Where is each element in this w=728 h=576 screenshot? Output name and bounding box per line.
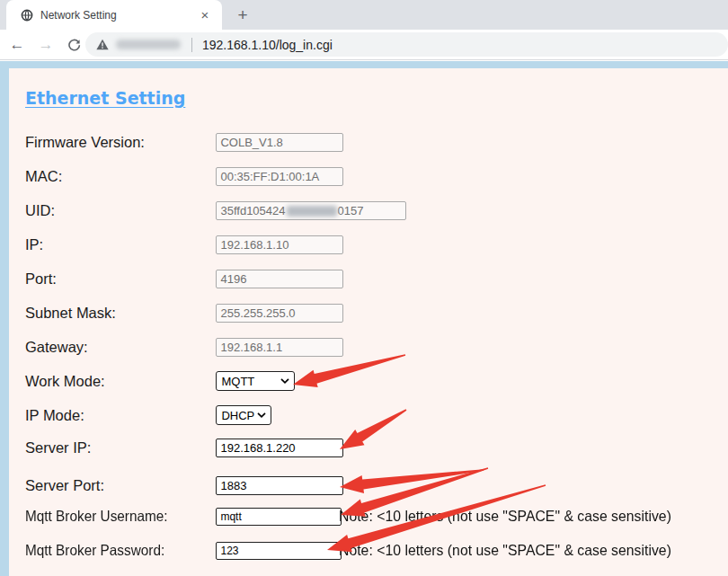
ip-mode-label: IP Mode: xyxy=(25,406,212,425)
port-label: Port: xyxy=(25,270,212,288)
field-row-mqtt-password: Mqtt Broker Password: Note: <10 letters … xyxy=(25,541,728,561)
uid-label: UID: xyxy=(25,201,212,220)
mqtt-password-note: Note: <10 letters (not use "SPACE" & cas… xyxy=(339,542,671,560)
gateway-input[interactable] xyxy=(216,338,343,357)
chevron-down-icon xyxy=(257,412,266,418)
field-row-port: Port: xyxy=(25,270,728,289)
url-text[interactable]: 192.168.1.10/log_in.cgi xyxy=(202,38,333,52)
subnet-mask-input[interactable] xyxy=(216,304,343,323)
firmware-input[interactable] xyxy=(216,133,343,152)
mac-input[interactable] xyxy=(216,167,343,186)
uid-value-prefix: 35ffd105424 xyxy=(220,204,285,217)
server-ip-label: Server IP: xyxy=(25,439,212,457)
field-row-gateway: Gateway: xyxy=(25,338,728,358)
gateway-label: Gateway: xyxy=(25,338,212,357)
page-content: Ethernet Setting Firmware Version: MAC: … xyxy=(9,68,728,576)
server-port-input[interactable] xyxy=(216,476,343,495)
browser-window: Network Setting × + ← → 192.168.1.10/log… xyxy=(0,0,728,576)
tab-title: Network Setting xyxy=(40,9,197,22)
tab-strip: Network Setting × + xyxy=(0,0,728,30)
field-row-firmware: Firmware Version: xyxy=(25,133,728,153)
field-row-subnet: Subnet Mask: xyxy=(25,304,728,323)
field-row-server-ip: Server IP: xyxy=(25,439,728,458)
browser-toolbar: ← → 192.168.1.10/log_in.cgi xyxy=(0,30,728,60)
mac-label: MAC: xyxy=(25,167,212,186)
address-separator xyxy=(191,38,192,52)
field-row-work-mode: Work Mode: MQTT xyxy=(25,371,728,391)
back-icon[interactable]: ← xyxy=(5,33,29,57)
ip-mode-selected-option: DHCP xyxy=(221,409,254,422)
field-row-ip: IP: xyxy=(25,235,728,255)
work-mode-select[interactable]: MQTT xyxy=(216,371,295,391)
mqtt-username-input[interactable] xyxy=(216,508,342,526)
server-ip-input[interactable] xyxy=(216,439,343,457)
work-mode-label: Work Mode: xyxy=(25,372,212,391)
ip-label: IP: xyxy=(25,235,212,254)
mqtt-username-note: Note: <10 letters (not use "SPACE" & cas… xyxy=(339,508,671,526)
security-status-redacted xyxy=(116,40,181,49)
globe-favicon-icon xyxy=(21,9,33,22)
work-mode-selected-option: MQTT xyxy=(221,375,254,388)
field-row-mqtt-username: Mqtt Broker Username: Note: <10 letters … xyxy=(25,507,728,527)
tab-close-icon[interactable]: × xyxy=(197,7,213,23)
field-row-ip-mode: IP Mode: DHCP xyxy=(25,405,728,425)
ip-mode-select[interactable]: DHCP xyxy=(216,405,271,425)
forward-icon: → xyxy=(34,33,58,57)
uid-value-suffix: 0157 xyxy=(338,204,364,217)
reload-icon[interactable] xyxy=(63,33,86,57)
port-input[interactable] xyxy=(216,270,343,288)
chevron-down-icon xyxy=(280,378,289,384)
ip-input[interactable] xyxy=(216,235,343,254)
field-row-server-port: Server Port: xyxy=(25,476,728,496)
warning-triangle-icon[interactable] xyxy=(96,39,109,50)
subnet-mask-label: Subnet Mask: xyxy=(25,304,212,323)
server-port-label: Server Port: xyxy=(25,476,212,495)
mqtt-password-label: Mqtt Broker Password: xyxy=(25,541,199,560)
uid-input[interactable]: 35ffd1054240157 xyxy=(216,201,406,220)
mqtt-password-input[interactable] xyxy=(216,542,342,560)
new-tab-button[interactable]: + xyxy=(232,4,253,26)
field-row-uid: UID: 35ffd1054240157 xyxy=(25,201,728,221)
mqtt-username-label: Mqtt Broker Username: xyxy=(25,507,199,526)
firmware-label: Firmware Version: xyxy=(25,133,212,152)
field-row-mac: MAC: xyxy=(25,167,728,187)
address-bar[interactable]: 192.168.1.10/log_in.cgi xyxy=(85,32,728,57)
browser-tab[interactable]: Network Setting × xyxy=(6,0,222,30)
page-frame: Ethernet Setting Firmware Version: MAC: … xyxy=(0,61,728,576)
page-title: Ethernet Setting xyxy=(25,88,185,108)
uid-redacted-blur xyxy=(287,206,337,217)
